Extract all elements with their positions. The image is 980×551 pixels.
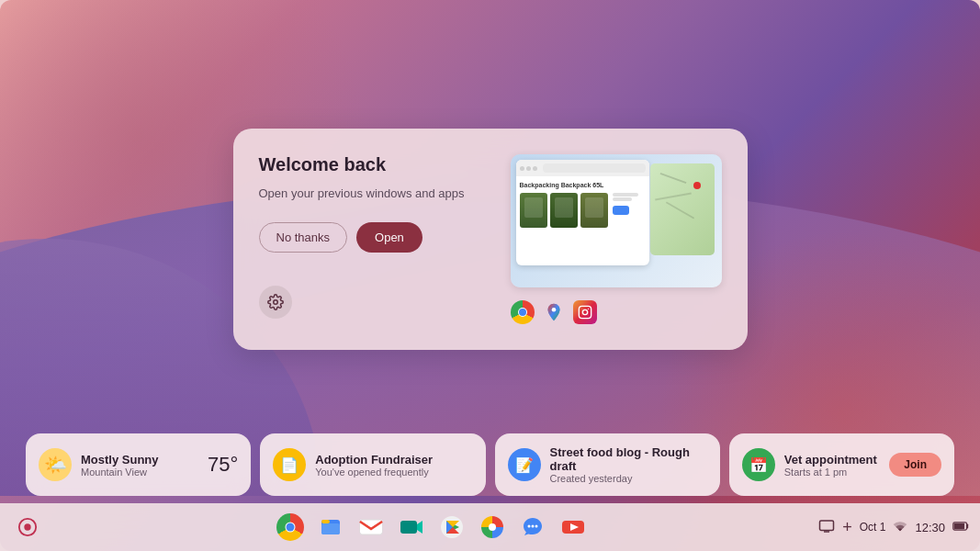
chrome-icon-graphic (511, 300, 535, 324)
traffic-light-green (533, 166, 537, 171)
doc1-subtitle: You've opened frequently (315, 467, 472, 478)
chromeos-logo-icon (17, 517, 38, 537)
doc2-text: Street food blog - Rough draft Created y… (550, 445, 707, 484)
weather-icon: 🌤️ (39, 448, 72, 481)
meet-icon-graphic (399, 514, 424, 540)
svg-point-14 (531, 525, 534, 528)
doc1-icon: 📄 (273, 448, 306, 481)
product-image-2 (550, 193, 578, 228)
doc1-card[interactable]: 📄 Adoption Fundraiser You've opened freq… (260, 433, 485, 496)
screen-mirror-icon (818, 518, 835, 537)
svg-rect-10 (400, 521, 417, 534)
gmail-icon-graphic (358, 514, 384, 540)
date-display[interactable]: Oct 1 (860, 521, 886, 534)
svg-point-13 (527, 525, 530, 528)
dialog-preview: Backpacking Backpack 65L (511, 154, 722, 328)
svg-rect-7 (321, 523, 340, 534)
quick-cards-bar: 🌤️ Mostly Sunny Mountain View 75° 📄 Adop… (26, 433, 954, 496)
svg-rect-21 (954, 523, 964, 530)
preview-app-icons (511, 297, 597, 328)
chat-icon-graphic (520, 514, 546, 540)
product-image-1 (520, 193, 547, 228)
taskbar: + Oct 1 12:30 (0, 503, 980, 551)
svg-point-12 (489, 523, 496, 531)
shelf-chat-icon[interactable] (516, 511, 549, 544)
svg-point-3 (588, 309, 589, 309)
browser-toolbar (516, 160, 649, 176)
weather-temperature: 75° (208, 453, 238, 477)
settings-button[interactable] (259, 286, 292, 319)
traffic-light-yellow (526, 166, 531, 171)
svg-rect-18 (820, 521, 834, 531)
shelf-chrome-icon[interactable] (274, 511, 307, 544)
browser-content: Backpacking Backpack 65L (516, 176, 649, 231)
gear-icon (267, 294, 284, 310)
text-line-1 (613, 193, 639, 197)
instagram-app-icon[interactable] (573, 300, 597, 324)
dialog-buttons: No thanks Open (259, 222, 492, 253)
play-icon-graphic (439, 514, 465, 540)
svg-rect-8 (321, 520, 330, 523)
dialog-subtitle: Open your previous windows and apps (259, 186, 492, 200)
svg-rect-1 (579, 306, 591, 318)
shelf-youtube-icon[interactable] (557, 511, 590, 544)
weather-title: Mostly Sunny (81, 453, 198, 467)
calendar-title: Vet appointment (784, 453, 881, 467)
doc1-title: Adoption Fundraiser (315, 453, 472, 467)
weather-subtitle: Mountain View (81, 467, 198, 478)
address-bar (543, 163, 646, 173)
welcome-dialog: Welcome back Open your previous windows … (233, 129, 748, 350)
calendar-text: Vet appointment Starts at 1 pm (784, 453, 881, 478)
doc2-icon: 📝 (508, 448, 541, 481)
shelf-gmail-icon[interactable] (355, 511, 388, 544)
map-preview (650, 163, 715, 255)
maps-app-icon[interactable] (542, 300, 566, 324)
instagram-icon-graphic (578, 305, 592, 320)
add-to-cart-btn (613, 206, 629, 215)
open-button[interactable]: Open (356, 222, 422, 253)
calendar-subtitle: Starts at 1 pm (784, 467, 881, 478)
map-road-3 (665, 201, 693, 219)
preview-window: Backpacking Backpack 65L (511, 154, 722, 287)
traffic-light-red (520, 166, 524, 171)
system-tray[interactable]: + Oct 1 12:30 (818, 518, 969, 537)
svg-point-15 (535, 525, 537, 528)
doc2-card[interactable]: 📝 Street food blog - Rough draft Created… (495, 433, 720, 496)
map-road-1 (659, 173, 686, 184)
svg-point-2 (582, 309, 587, 314)
chrome-icon-blue (519, 309, 526, 316)
join-button[interactable]: Join (889, 453, 941, 477)
wifi-icon[interactable] (893, 519, 907, 536)
product-image-3 (580, 193, 608, 228)
doc2-title: Street food blog - Rough draft (550, 445, 707, 473)
shelf-app-icons (50, 511, 813, 544)
dialog-title: Welcome back (259, 154, 492, 175)
browser-preview: Backpacking Backpack 65L (516, 160, 649, 265)
page-product-title: Backpacking Backpack 65L (520, 180, 646, 190)
dialog-content-left: Welcome back Open your previous windows … (259, 154, 492, 319)
files-icon-graphic (318, 514, 344, 540)
shelf-files-icon[interactable] (314, 511, 347, 544)
map-pin (693, 182, 701, 189)
svg-point-5 (24, 523, 30, 530)
chrome-app-icon[interactable] (511, 300, 535, 324)
weather-text: Mostly Sunny Mountain View (81, 453, 198, 478)
shelf-meet-icon[interactable] (395, 511, 428, 544)
map-road-2 (655, 193, 692, 201)
svg-point-0 (551, 308, 556, 312)
add-icon[interactable]: + (842, 518, 852, 537)
time-display[interactable]: 12:30 (915, 521, 945, 534)
maps-icon-graphic (544, 302, 564, 322)
shelf-left (11, 511, 44, 544)
calendar-card[interactable]: 📅 Vet appointment Starts at 1 pm Join (729, 433, 954, 496)
launcher-button[interactable] (11, 511, 44, 544)
text-line-2 (613, 197, 633, 201)
shelf-photos-icon[interactable] (476, 511, 509, 544)
youtube-icon-graphic (560, 514, 586, 540)
photos-icon-graphic (479, 514, 505, 540)
weather-card[interactable]: 🌤️ Mostly Sunny Mountain View 75° (26, 433, 251, 496)
calendar-icon: 📅 (742, 448, 775, 481)
doc2-subtitle: Created yesterday (550, 473, 707, 484)
no-thanks-button[interactable]: No thanks (259, 222, 348, 253)
shelf-play-icon[interactable] (435, 511, 468, 544)
